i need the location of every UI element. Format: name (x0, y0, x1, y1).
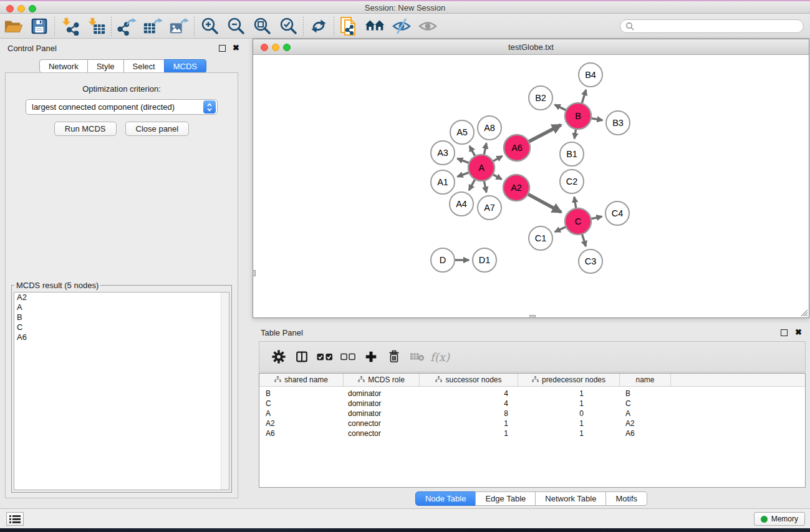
tab-node-table[interactable]: Node Table (415, 491, 476, 506)
edge-C-C2[interactable] (574, 197, 576, 209)
select-all-icon[interactable] (313, 346, 336, 368)
export-image-icon[interactable] (166, 16, 192, 37)
tab-network[interactable]: Network (39, 59, 88, 73)
column-header-MCDS-role[interactable]: MCDS role (344, 374, 420, 386)
close-panel-icon[interactable]: ✖ (795, 328, 802, 337)
mcds-result-item[interactable]: B (14, 312, 229, 322)
column-header-predecessor-nodes[interactable]: predecessor nodes (518, 374, 620, 386)
node-A6[interactable]: A6 (504, 135, 530, 161)
table-cell[interactable]: 1 (518, 399, 620, 409)
table-cell[interactable]: A6 (259, 428, 344, 438)
window-edge-handle[interactable] (253, 270, 256, 276)
edge-A-A3[interactable] (457, 158, 469, 163)
optimization-criterion-select[interactable]: largest connected component (directed) (26, 99, 218, 115)
mcds-result-item[interactable]: A6 (14, 332, 229, 342)
table-cell[interactable]: 8 (420, 409, 518, 418)
table-cell[interactable]: A2 (259, 418, 344, 428)
gear-icon[interactable] (267, 346, 290, 368)
float-panel-icon[interactable] (219, 45, 226, 52)
first-neighbors-icon[interactable] (362, 16, 388, 37)
edge-A-A4[interactable] (469, 179, 475, 190)
table-cell[interactable]: 4 (420, 399, 518, 409)
table-cell[interactable]: A2 (620, 418, 671, 428)
table-cell[interactable]: B (620, 389, 671, 399)
node-A4[interactable]: A4 (450, 192, 473, 216)
edge-B-B4[interactable] (582, 90, 586, 104)
network-window-titlebar[interactable]: testGlobe.txt (253, 39, 809, 55)
tab-style[interactable]: Style (87, 59, 124, 73)
table-row[interactable]: Bdominator41B (259, 389, 805, 399)
table-cell[interactable]: C (620, 399, 671, 409)
memory-button[interactable]: Memory (754, 512, 805, 526)
scrollbar-track[interactable] (221, 293, 229, 490)
float-panel-icon[interactable] (781, 329, 788, 336)
table-cell[interactable]: 0 (518, 409, 620, 418)
node-C1[interactable]: C1 (529, 226, 552, 250)
run-mcds-button[interactable]: Run MCDS (54, 122, 117, 136)
export-table-icon[interactable] (140, 16, 166, 37)
zoom-selected-icon[interactable] (275, 16, 301, 37)
edge-A6-B[interactable] (529, 125, 561, 142)
node-A8[interactable]: A8 (478, 116, 501, 140)
node-B4[interactable]: B4 (579, 63, 602, 87)
add-icon[interactable] (359, 346, 382, 368)
node-C[interactable]: C (565, 208, 591, 235)
edge-B-B3[interactable] (591, 118, 603, 120)
import-network-icon[interactable] (57, 16, 83, 37)
close-panel-icon[interactable]: ✖ (233, 44, 239, 52)
tab-motifs[interactable]: Motifs (605, 491, 647, 506)
edge-A2-C[interactable] (528, 194, 561, 212)
export-network-icon[interactable] (113, 16, 140, 37)
edge-C-C1[interactable] (555, 227, 566, 232)
table-cell[interactable]: connector (344, 418, 420, 428)
table-cell[interactable]: dominator (344, 389, 420, 399)
tab-mcds[interactable]: MCDS (164, 59, 206, 73)
column-header-shared-name[interactable]: shared name (259, 374, 344, 386)
node-C4[interactable]: C4 (605, 201, 629, 225)
table-cell[interactable]: connector (344, 428, 420, 438)
table-cell[interactable]: 1 (518, 389, 620, 399)
open-folder-icon[interactable] (0, 16, 26, 37)
network-canvas[interactable]: B4B2BB3A8A5A6A3B1AA1C2A2A4A7C4CC1C3DD1 (253, 55, 809, 317)
edge-A-A6[interactable] (493, 156, 502, 161)
import-table-icon[interactable] (83, 16, 109, 37)
table-cell[interactable]: 4 (420, 389, 518, 399)
edge-B-B1[interactable] (574, 129, 576, 139)
node-D[interactable]: D (431, 248, 455, 272)
table-cell[interactable]: A (259, 409, 344, 418)
node-B[interactable]: B (565, 103, 591, 129)
tab-edge-table[interactable]: Edge Table (475, 491, 536, 506)
edge-A-A1[interactable] (458, 172, 470, 177)
table-row[interactable]: Adominator80A (259, 409, 805, 418)
table-cell[interactable]: dominator (344, 409, 420, 418)
mcds-result-list[interactable]: A2ABCA6 (14, 292, 229, 490)
window-edge-handle[interactable] (529, 315, 536, 318)
table-cell[interactable]: 1 (420, 418, 518, 428)
trash-icon[interactable] (382, 346, 405, 368)
node-B2[interactable]: B2 (529, 86, 552, 110)
search-field[interactable] (620, 19, 804, 33)
table-row[interactable]: A2connector11A2 (259, 418, 805, 428)
node-C3[interactable]: C3 (579, 249, 602, 273)
save-icon[interactable] (26, 16, 52, 37)
task-history-button[interactable] (6, 512, 24, 526)
table-cell[interactable]: B (259, 389, 344, 399)
column-header-name[interactable]: name (620, 374, 671, 386)
table-row[interactable]: A6connector11A6 (259, 428, 805, 438)
zoom-fit-icon[interactable] (249, 16, 275, 37)
deselect-all-icon[interactable] (336, 346, 359, 368)
node-B3[interactable]: B3 (606, 111, 630, 135)
node-A3[interactable]: A3 (431, 141, 455, 165)
search-input[interactable] (634, 22, 803, 31)
node-B1[interactable]: B1 (560, 142, 584, 166)
node-A[interactable]: A (468, 155, 494, 181)
zoom-out-icon[interactable] (223, 16, 249, 37)
table-cell[interactable]: A6 (620, 428, 671, 438)
table-cell[interactable]: A (620, 409, 671, 418)
mcds-result-item[interactable]: A (14, 302, 229, 312)
resize-grip-icon[interactable] (799, 308, 808, 317)
hide-selected-icon[interactable] (388, 16, 415, 37)
new-network-from-selection-icon[interactable] (336, 16, 362, 37)
edge-C-C3[interactable] (582, 234, 586, 246)
node-C2[interactable]: C2 (560, 170, 584, 193)
